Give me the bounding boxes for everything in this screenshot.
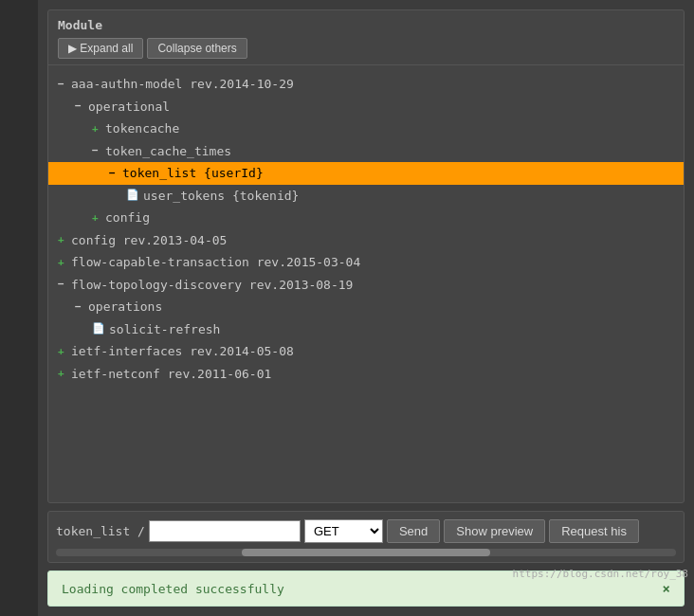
minus-icon: − (58, 77, 67, 93)
url-panel: token_list / GET POST PUT DELETE Send Sh… (47, 511, 685, 563)
left-sidebar (0, 0, 38, 616)
minus-icon: − (109, 166, 119, 182)
tree-item-label: user_tokens {tokenid} (143, 187, 299, 206)
tree-item-aaa-authn-model[interactable]: −aaa-authn-model rev.2014-10-29 (48, 73, 684, 96)
minus-icon: − (58, 277, 67, 293)
tree-item-config[interactable]: +config (48, 207, 684, 229)
expand-all-button[interactable]: ▶ Expand all (58, 38, 143, 59)
collapse-others-button[interactable]: Collapse others (147, 38, 247, 59)
method-select[interactable]: GET POST PUT DELETE (304, 519, 383, 543)
module-toolbar: ▶ Expand all Collapse others (58, 38, 674, 59)
tree-item-token_cache_times[interactable]: −token_cache_times (48, 140, 684, 163)
tree-item-tokencache[interactable]: +tokencache (48, 118, 684, 140)
minus-icon: − (75, 299, 84, 316)
tree-item-ietf-netconf[interactable]: +ietf-netconf rev.2011-06-01 (48, 363, 684, 386)
tree-item-token_list_userId[interactable]: −token_list {userId} (48, 162, 684, 185)
tree-item-operational[interactable]: −operational (48, 96, 684, 118)
tree-item-label: token_cache_times (105, 142, 231, 161)
tree-item-label: tokencache (105, 119, 179, 138)
url-row: token_list / GET POST PUT DELETE Send Sh… (56, 519, 676, 543)
tree-container[interactable]: −aaa-authn-model rev.2014-10-29−operatio… (48, 65, 684, 502)
success-message: Loading completed successfully (62, 582, 284, 596)
plus-icon: + (58, 232, 67, 248)
tree-item-operations[interactable]: −operations (48, 296, 684, 318)
tree-item-user_tokens_tokenid[interactable]: 📄user_tokens {tokenid} (48, 185, 684, 208)
url-label: token_list / (56, 524, 145, 538)
file-icon: 📄 (92, 321, 105, 337)
minus-icon: − (92, 143, 101, 159)
tree-item-label: ietf-interfaces rev.2014-05-08 (71, 342, 294, 361)
tree-item-label: solicit-refresh (109, 320, 220, 339)
plus-icon: + (58, 366, 67, 382)
tree-item-ietf-interfaces[interactable]: +ietf-interfaces rev.2014-05-08 (48, 340, 684, 363)
plus-icon: + (58, 255, 67, 271)
url-input[interactable] (149, 520, 301, 542)
tree-item-label: ietf-netconf rev.2011-06-01 (71, 365, 271, 384)
module-title: Module (58, 18, 674, 32)
tree-item-label: config rev.2013-04-05 (71, 231, 227, 250)
module-panel: Module ▶ Expand all Collapse others −aaa… (47, 9, 685, 503)
tree-item-label: flow-topology-discovery rev.2013-08-19 (71, 276, 353, 295)
success-bar: Loading completed successfully × (47, 571, 685, 607)
scrollbar-thumb (242, 549, 490, 556)
request-history-button[interactable]: Request his (549, 519, 639, 543)
tree-item-flow-capable-transaction[interactable]: +flow-capable-transaction rev.2015-03-04 (48, 251, 684, 274)
minus-icon: − (75, 99, 84, 115)
tree-item-label: config (105, 208, 150, 227)
module-header: Module ▶ Expand all Collapse others (48, 10, 684, 65)
plus-icon: + (92, 210, 101, 226)
tree-item-label: operational (88, 98, 170, 117)
tree-item-flow-topology-discovery[interactable]: −flow-topology-discovery rev.2013-08-19 (48, 274, 684, 297)
tree-item-solicit-refresh[interactable]: 📄solicit-refresh (48, 318, 684, 341)
tree-item-label: token_list {userId} (122, 164, 264, 183)
scrollbar-row (56, 549, 676, 556)
tree-item-label: flow-capable-transaction rev.2015-03-04 (71, 253, 360, 272)
tree-item-label: operations (88, 298, 162, 317)
plus-icon: + (58, 344, 67, 360)
success-close-button[interactable]: × (663, 581, 670, 596)
send-button[interactable]: Send (387, 519, 440, 543)
show-preview-button[interactable]: Show preview (444, 519, 545, 543)
main-content: Module ▶ Expand all Collapse others −aaa… (38, 0, 694, 616)
tree-item-config-rev[interactable]: +config rev.2013-04-05 (48, 229, 684, 252)
file-icon: 📄 (126, 188, 139, 204)
plus-icon: + (92, 121, 101, 137)
tree-item-label: aaa-authn-model rev.2014-10-29 (71, 75, 294, 94)
